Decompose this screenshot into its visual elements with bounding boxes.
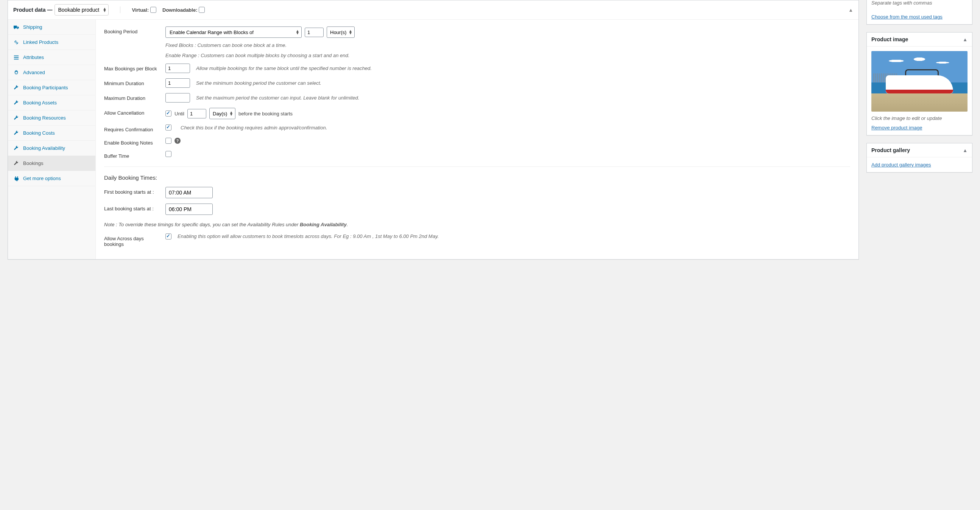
tab-label: Booking Participants (23, 85, 68, 91)
max-bookings-label: Max Bookings per Block (104, 64, 161, 71)
downloadable-checkbox[interactable] (199, 7, 205, 13)
product-image-title: Product image (871, 37, 908, 42)
override-note: Note : To override these timings for spe… (104, 222, 850, 227)
tab-label: Attributes (23, 54, 44, 60)
booking-period-label: Booking Period (104, 27, 161, 35)
max-duration-label: Maximum Duration (104, 93, 161, 101)
tab-booking-participants[interactable]: Booking Participants (8, 80, 95, 95)
booking-notes-checkbox[interactable] (165, 138, 172, 144)
tab-label: Booking Assets (23, 100, 57, 106)
wrench-icon (13, 130, 19, 136)
max-duration-hint: Set the maximum period the customer can … (196, 95, 359, 101)
wrench-icon (13, 161, 19, 166)
tab-booking-assets[interactable]: Booking Assets (8, 95, 95, 110)
collapse-icon[interactable]: ▲ (848, 7, 853, 13)
virtual-checkbox[interactable] (150, 7, 156, 13)
daily-times-heading: Daily Booking Times: (104, 175, 850, 181)
booking-notes-label: Enable Booking Notes (104, 138, 161, 146)
tags-hint: Separate tags with commas (867, 0, 972, 10)
last-booking-input[interactable] (165, 203, 213, 215)
product-type-select[interactable]: Bookable product (54, 4, 109, 16)
allow-across-checkbox[interactable] (165, 234, 172, 240)
wrench-icon (13, 100, 19, 106)
divider (120, 6, 120, 13)
tab-advanced[interactable]: Advanced (8, 65, 95, 80)
booking-period-hint1: Fixed Blocks : Customers can book one bl… (165, 42, 850, 48)
allow-across-label: Allow Across days bookings (104, 234, 161, 247)
tab-label: Shipping (23, 24, 42, 30)
tab-get-more-options[interactable]: Get more options (8, 171, 95, 186)
edit-hint: Click the image to edit or update (871, 115, 967, 121)
wrench-icon (13, 85, 19, 91)
allow-cancel-label: Allow Cancellation (104, 108, 161, 116)
tab-shipping[interactable]: Shipping (8, 20, 95, 35)
booking-period-unit[interactable]: Hour(s) (327, 27, 355, 38)
tab-attributes[interactable]: Attributes (8, 50, 95, 65)
tab-label: Linked Products (23, 39, 58, 45)
first-booking-input[interactable] (165, 187, 213, 198)
tab-label: Booking Costs (23, 130, 55, 136)
plugin-icon (13, 176, 19, 181)
wrench-icon (13, 115, 19, 121)
booking-period-hint2: Enable Range : Customers can book multip… (165, 52, 850, 58)
tab-label: Bookings (23, 160, 43, 166)
min-duration-label: Minimum Duration (104, 78, 161, 86)
product-data-panel: Product data — Bookable product ▲▼ Virtu… (8, 0, 859, 259)
section-divider (104, 167, 850, 167)
svg-rect-2 (14, 55, 19, 56)
product-gallery-box: Product gallery ▲ Add product gallery im… (867, 143, 972, 173)
req-confirm-hint: Check this box if the booking requires a… (181, 125, 327, 130)
tab-booking-availability[interactable]: Booking Availability (8, 141, 95, 156)
buffer-time-label: Buffer Time (104, 151, 161, 159)
wrench-icon (13, 146, 19, 151)
svg-point-0 (14, 28, 15, 29)
tab-label: Advanced (23, 70, 45, 75)
tab-bookings[interactable]: Bookings (8, 156, 95, 171)
last-booking-label: Last booking starts at : (104, 203, 161, 211)
tab-list: Shipping Linked Products Attributes Adva… (8, 20, 96, 259)
product-image-box: Product image ▲ Click the image to edit … (867, 32, 972, 135)
remove-image-link[interactable]: Remove product image (871, 125, 922, 130)
add-gallery-link[interactable]: Add product gallery images (871, 162, 931, 168)
help-icon[interactable]: ? (175, 138, 181, 144)
gear-icon (13, 70, 19, 75)
allow-cancel-checkbox[interactable] (165, 110, 172, 116)
panel-title: Product data — (13, 7, 52, 13)
link-icon (13, 40, 19, 45)
min-duration-input[interactable] (165, 78, 190, 88)
tab-label: Booking Availability (23, 145, 65, 151)
panel-header: Product data — Bookable product ▲▼ Virtu… (8, 0, 859, 20)
first-booking-label: First booking starts at : (104, 187, 161, 195)
tab-label: Booking Resources (23, 115, 66, 121)
buffer-time-checkbox[interactable] (165, 151, 172, 157)
list-icon (13, 55, 19, 60)
virtual-label: Virtual: (132, 7, 149, 13)
tab-content: Booking Period Enable Calendar Range wit… (96, 20, 859, 259)
booking-period-value[interactable] (305, 28, 324, 37)
until-label: Until (175, 111, 185, 116)
toggle-icon[interactable]: ▲ (963, 37, 967, 42)
req-confirm-checkbox[interactable] (165, 124, 172, 130)
product-gallery-title: Product gallery (871, 147, 910, 153)
min-duration-hint: Set the minimum booking period the custo… (196, 80, 321, 86)
product-image-preview[interactable] (871, 51, 967, 111)
downloadable-label: Downloadable: (162, 7, 197, 13)
max-duration-input[interactable] (165, 93, 190, 103)
allow-across-hint: Enabling this option will allow customer… (178, 234, 850, 239)
cancel-unit-select[interactable]: Day(s) (209, 108, 235, 119)
truck-icon (13, 25, 19, 30)
toggle-icon[interactable]: ▲ (963, 148, 967, 153)
svg-point-1 (17, 28, 18, 29)
tab-booking-costs[interactable]: Booking Costs (8, 126, 95, 141)
svg-rect-4 (14, 59, 19, 59)
booking-period-select[interactable]: Enable Calendar Range with Blocks of (165, 27, 302, 38)
max-bookings-input[interactable] (165, 64, 190, 73)
max-bookings-hint: Allow multiple bookings for the same blo… (196, 65, 372, 71)
svg-rect-3 (14, 57, 19, 58)
req-confirm-label: Requires Confirmation (104, 124, 161, 132)
cancel-value-input[interactable] (188, 109, 206, 118)
choose-tags-link[interactable]: Choose from the most used tags (871, 14, 942, 20)
tab-label: Get more options (23, 176, 61, 181)
tab-linked-products[interactable]: Linked Products (8, 35, 95, 50)
tab-booking-resources[interactable]: Booking Resources (8, 110, 95, 126)
